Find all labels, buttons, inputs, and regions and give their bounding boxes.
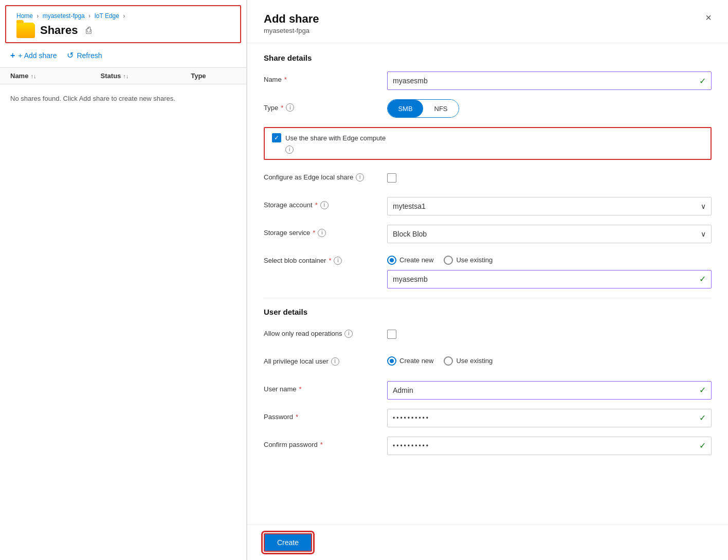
storage-service-select-wrapper: Block Blob ∨ bbox=[387, 225, 712, 243]
breadcrumb-highlighted-box: Home › myasetest-fpga › IoT Edge › Share… bbox=[5, 5, 241, 43]
breadcrumb-iot-edge[interactable]: IoT Edge bbox=[94, 12, 119, 20]
blob-container-info-icon[interactable]: i bbox=[334, 257, 342, 265]
plus-icon: + bbox=[10, 51, 15, 60]
storage-account-info-icon[interactable]: i bbox=[320, 201, 329, 209]
nfs-toggle-button[interactable]: NFS bbox=[423, 100, 459, 117]
confirm-password-input[interactable]: •••••••••• ✓ bbox=[387, 437, 712, 455]
username-check-icon: ✓ bbox=[699, 385, 706, 395]
drawer-subtitle: myasetest-fpga bbox=[264, 27, 319, 34]
edge-compute-info-icon[interactable]: i bbox=[285, 146, 294, 154]
folder-icon bbox=[16, 23, 35, 38]
blob-container-radio-group: Create new Use existing bbox=[387, 252, 712, 265]
type-info-icon[interactable]: i bbox=[286, 103, 294, 112]
password-check-icon: ✓ bbox=[699, 413, 706, 423]
name-row: Name * myasesmb ✓ bbox=[264, 71, 712, 90]
close-button[interactable]: × bbox=[705, 12, 712, 23]
name-input[interactable]: myasesmb ✓ bbox=[387, 71, 712, 90]
drawer-body: Share details Name * myasesmb ✓ Type * i bbox=[247, 43, 728, 525]
storage-service-chevron-icon: ∨ bbox=[701, 230, 706, 238]
confirm-password-check-icon: ✓ bbox=[699, 441, 706, 450]
privilege-create-new-option[interactable]: Create new bbox=[387, 356, 433, 366]
page-title: Shares bbox=[40, 24, 78, 37]
sort-icon-status[interactable]: ↑↓ bbox=[123, 73, 129, 79]
drawer-footer: Create bbox=[247, 525, 728, 560]
breadcrumb: Home › myasetest-fpga › IoT Edge › bbox=[16, 12, 230, 20]
privilege-row: All privilege local user i Create new Us… bbox=[264, 353, 712, 372]
username-input[interactable]: Admin ✓ bbox=[387, 381, 712, 400]
storage-account-select[interactable]: mytestsa1 ∨ bbox=[387, 197, 712, 215]
blob-container-check-icon: ✓ bbox=[699, 274, 706, 284]
confirm-password-dots: •••••••••• bbox=[393, 442, 430, 449]
name-check-icon: ✓ bbox=[699, 76, 706, 86]
privilege-use-existing-radio[interactable] bbox=[444, 356, 453, 366]
storage-service-required: * bbox=[313, 229, 315, 237]
storage-service-label: Storage service * i bbox=[264, 225, 387, 237]
blob-create-new-option[interactable]: Create new bbox=[387, 256, 433, 265]
page-header: Shares ⎙ bbox=[16, 23, 230, 38]
confirm-password-required: * bbox=[320, 441, 323, 448]
privilege-options: Create new Use existing bbox=[387, 353, 712, 366]
breadcrumb-myasetest[interactable]: myasetest-fpga bbox=[43, 12, 85, 20]
edge-compute-checkbox[interactable]: ✓ bbox=[272, 133, 281, 142]
col-type-header: Type bbox=[191, 72, 236, 80]
blob-container-input[interactable]: myasesmb ✓ bbox=[387, 270, 712, 288]
blob-use-existing-radio[interactable] bbox=[444, 256, 453, 265]
edge-local-row: Configure as Edge local share i bbox=[264, 169, 712, 188]
add-share-button[interactable]: + + Add share bbox=[10, 51, 57, 60]
blob-container-required: * bbox=[329, 257, 331, 264]
refresh-button[interactable]: ↺ Refresh bbox=[67, 50, 102, 60]
edge-compute-inner: ✓ Use the share with Edge compute i bbox=[272, 133, 386, 154]
read-ops-row: Allow only read operations i bbox=[264, 326, 712, 344]
name-required: * bbox=[284, 76, 287, 83]
privilege-label: All privilege local user i bbox=[264, 353, 387, 366]
blob-container-label: Select blob container * i bbox=[264, 252, 387, 265]
storage-service-row: Storage service * i Block Blob ∨ bbox=[264, 225, 712, 243]
privilege-create-new-radio[interactable] bbox=[387, 356, 396, 366]
section-separator bbox=[264, 298, 712, 298]
confirm-password-label: Confirm password * bbox=[264, 437, 387, 448]
privilege-info-icon[interactable]: i bbox=[331, 357, 339, 366]
type-required: * bbox=[281, 104, 283, 112]
edge-local-info-icon[interactable]: i bbox=[356, 173, 364, 182]
print-icon[interactable]: ⎙ bbox=[86, 25, 92, 36]
read-ops-checkbox[interactable] bbox=[387, 330, 396, 339]
refresh-icon: ↺ bbox=[67, 50, 74, 60]
privilege-use-existing-option[interactable]: Use existing bbox=[444, 356, 493, 366]
password-input[interactable]: •••••••••• ✓ bbox=[387, 409, 712, 427]
username-label: User name * bbox=[264, 381, 387, 393]
password-row: Password * •••••••••• ✓ bbox=[264, 409, 712, 427]
edge-local-checkbox[interactable] bbox=[387, 173, 396, 183]
edge-compute-checkbox-row: ✓ Use the share with Edge compute bbox=[272, 133, 386, 142]
read-ops-info-icon[interactable]: i bbox=[344, 330, 353, 338]
add-share-drawer: Add share myasetest-fpga × Share details… bbox=[247, 0, 728, 560]
blob-create-new-radio[interactable] bbox=[387, 256, 396, 265]
edge-compute-highlighted-row: ✓ Use the share with Edge compute i bbox=[264, 127, 712, 160]
type-toggle: SMB NFS bbox=[387, 99, 459, 118]
name-label: Name * bbox=[264, 71, 387, 83]
user-details-title: User details bbox=[264, 308, 712, 316]
privilege-radio-group: Create new Use existing bbox=[387, 353, 712, 366]
table-header: Name ↑↓ Status ↑↓ Type bbox=[0, 67, 246, 84]
edge-local-checkbox-wrapper bbox=[387, 169, 712, 183]
col-status-header: Status ↑↓ bbox=[101, 72, 191, 80]
storage-service-select[interactable]: Block Blob ∨ bbox=[387, 225, 712, 243]
sort-icon-name[interactable]: ↑↓ bbox=[30, 73, 36, 79]
username-row: User name * Admin ✓ bbox=[264, 381, 712, 400]
share-details-title: Share details bbox=[264, 53, 712, 62]
name-input-wrapper: myasesmb ✓ bbox=[387, 71, 712, 90]
confirm-password-input-wrapper: •••••••••• ✓ bbox=[387, 437, 712, 455]
type-row: Type * i SMB NFS bbox=[264, 99, 712, 118]
storage-service-info-icon[interactable]: i bbox=[318, 229, 326, 237]
drawer-header: Add share myasetest-fpga × bbox=[247, 0, 728, 43]
blob-use-existing-option[interactable]: Use existing bbox=[444, 256, 493, 265]
username-required: * bbox=[299, 385, 302, 393]
edge-compute-label: Use the share with Edge compute bbox=[285, 134, 386, 142]
confirm-password-row: Confirm password * •••••••••• ✓ bbox=[264, 437, 712, 455]
toolbar: + + Add share ↺ Refresh bbox=[0, 43, 246, 67]
read-ops-checkbox-wrapper bbox=[387, 326, 712, 339]
smb-toggle-button[interactable]: SMB bbox=[388, 100, 423, 117]
breadcrumb-home[interactable]: Home bbox=[16, 12, 33, 20]
create-button[interactable]: Create bbox=[264, 533, 312, 552]
add-share-label: + Add share bbox=[18, 51, 57, 60]
refresh-label: Refresh bbox=[77, 51, 102, 60]
